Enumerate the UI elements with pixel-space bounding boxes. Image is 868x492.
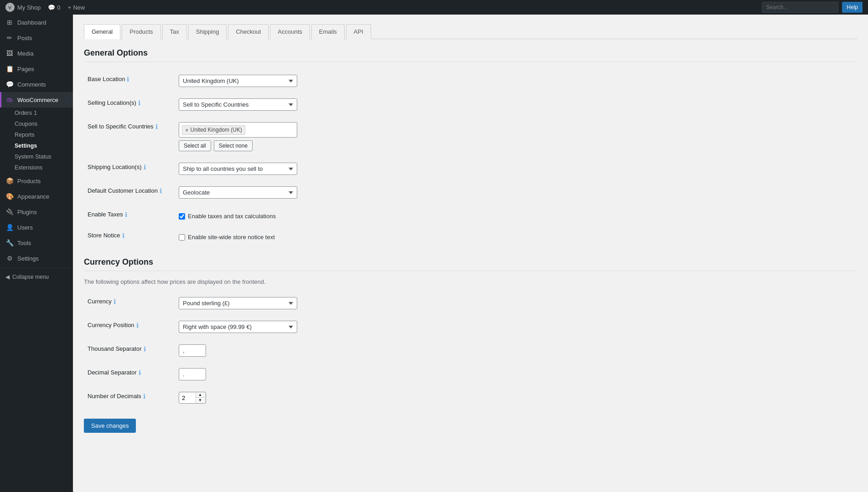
sell-to-specific-info-icon[interactable]: ℹ [155,123,158,130]
base-location-info-icon[interactable]: ℹ [127,76,129,83]
sidebar-label-dashboard: Dashboard [17,19,46,26]
collapse-menu-button[interactable]: ◀ Collapse menu [0,270,73,284]
sidebar-item-comments[interactable]: 💬 Comments [0,77,73,92]
tab-accounts[interactable]: Accounts [270,24,310,39]
decimals-increment-button[interactable]: ▲ [196,392,204,398]
store-notice-info-icon[interactable]: ℹ [122,232,124,239]
sidebar-item-orders[interactable]: Orders 1 [0,108,73,118]
sidebar-item-reports[interactable]: Reports [0,129,73,140]
shipping-locations-select[interactable]: Ship to all countries you sell to [179,163,297,175]
table-row-selling-locations: Selling Location(s) ℹ Sell to Specific C… [84,93,857,117]
default-customer-location-label: Default Customer Location [88,187,158,194]
help-button[interactable]: Help [842,2,863,13]
sidebar-label-tools: Tools [17,240,31,246]
tab-general[interactable]: General [84,24,120,39]
tools-icon: 🔧 [5,239,14,247]
tab-checkout[interactable]: Checkout [228,24,269,39]
default-customer-location-info-icon[interactable]: ℹ [160,187,162,195]
thousand-separator-input[interactable] [179,344,206,357]
currency-position-info-icon[interactable]: ℹ [136,322,139,329]
sidebar-item-products[interactable]: 📦 Products [0,173,73,189]
thousand-separator-info-icon[interactable]: ℹ [144,345,146,353]
sidebar-item-posts[interactable]: ✏ Posts [0,30,73,46]
currency-info-icon[interactable]: ℹ [114,298,116,305]
enable-taxes-checkbox[interactable] [179,213,185,220]
currency-label: Currency [88,298,112,305]
decimals-decrement-button[interactable]: ▼ [196,398,204,403]
default-customer-location-select[interactable]: Geolocate [179,186,297,199]
sidebar-item-media[interactable]: 🖼 Media [0,46,73,61]
sidebar-item-settings-wp[interactable]: ⚙ Settings [0,251,73,266]
save-changes-button[interactable]: Save changes [84,419,136,433]
tab-tax[interactable]: Tax [162,24,187,39]
sidebar-item-tools[interactable]: 🔧 Tools [0,235,73,251]
products-icon: 📦 [5,177,14,185]
sidebar-label-plugins: Plugins [17,209,37,215]
sell-to-specific-multiselect[interactable]: × United Kingdom (UK) [179,122,297,138]
store-notice-checkbox-label[interactable]: Enable site-wide store notice text [179,231,853,241]
shipping-locations-info-icon[interactable]: ℹ [144,164,146,171]
select-links-group: Select all Select none [179,140,853,151]
decimal-separator-input[interactable] [179,368,206,380]
sidebar-item-extensions[interactable]: Extensions [0,162,73,173]
table-row-enable-taxes: Enable Taxes ℹ Enable taxes and tax calc… [84,205,857,226]
sidebar-label-pages: Pages [17,66,34,72]
number-of-decimals-info-icon[interactable]: ℹ [143,393,145,400]
tag-uk-label: United Kingdom (UK) [191,127,242,133]
sidebar-item-appearance[interactable]: 🎨 Appearance [0,189,73,204]
sidebar-label-products: Products [17,178,41,184]
tab-api[interactable]: API [346,24,371,39]
currency-label-wrap: Currency ℹ [88,298,168,305]
site-name[interactable]: My Shop [5,3,41,12]
general-options-title: General Options [84,48,857,62]
sidebar-item-plugins[interactable]: 🔌 Plugins [0,204,73,220]
pages-icon: 📋 [5,65,14,73]
base-location-label-wrap: Base Location ℹ [88,76,168,83]
admin-search-input[interactable] [762,2,838,13]
comments-link[interactable]: 💬 0 [48,4,60,11]
currency-position-select[interactable]: Right with space (99.99 €) [179,321,297,333]
table-row-shipping-locations: Shipping Location(s) ℹ Ship to all count… [84,157,857,181]
currency-options-description: The following options affect how prices … [84,278,857,285]
decimal-separator-info-icon[interactable]: ℹ [139,369,141,376]
sidebar-item-settings[interactable]: Settings [0,140,73,151]
table-row-thousand-separator: Thousand Separator ℹ [84,339,857,363]
table-row-currency-position: Currency Position ℹ Right with space (99… [84,315,857,339]
tag-uk-remove[interactable]: × [185,127,189,133]
sidebar-item-coupons[interactable]: Coupons [0,118,73,129]
tab-products[interactable]: Products [122,24,160,39]
tab-shipping[interactable]: Shipping [188,24,227,39]
new-content-link[interactable]: + New [68,4,85,11]
enable-taxes-info-icon[interactable]: ℹ [125,211,127,218]
collapse-icon: ◀ [5,274,10,280]
default-customer-location-label-wrap: Default Customer Location ℹ [88,187,168,195]
number-of-decimals-input[interactable] [179,393,196,403]
sidebar-item-system-status[interactable]: System Status [0,151,73,162]
store-notice-checkbox-text: Enable site-wide store notice text [188,234,275,241]
selling-locations-info-icon[interactable]: ℹ [138,99,140,107]
comments-icon: 💬 [5,80,14,88]
currency-select[interactable]: Pound sterling (£) [179,297,297,309]
select-all-button[interactable]: Select all [179,140,211,151]
settings-label: Settings [15,143,37,149]
woocommerce-submenu: Orders 1 Coupons Reports Settings System… [0,108,73,173]
selling-locations-select[interactable]: Sell to Specific Countries [179,98,297,111]
sidebar-item-woocommerce[interactable]: 🛍 WooCommerce [0,92,73,108]
extensions-label: Extensions [15,164,42,171]
sidebar-item-users[interactable]: 👤 Users [0,220,73,235]
table-row-sell-to-specific: Sell to Specific Countries ℹ × United Ki… [84,117,857,157]
store-notice-checkbox[interactable] [179,234,185,241]
sidebar-item-pages[interactable]: 📋 Pages [0,61,73,77]
sidebar-item-dashboard[interactable]: ⊞ Dashboard [0,15,73,30]
sidebar-divider [0,268,73,268]
tab-emails[interactable]: Emails [311,24,345,39]
enable-taxes-checkbox-label[interactable]: Enable taxes and tax calculations [179,210,853,220]
select-none-button[interactable]: Select none [214,140,253,151]
shipping-locations-label: Shipping Location(s) [88,164,142,170]
currency-options-table: Currency ℹ Pound sterling (£) Curr [84,292,857,410]
sell-to-specific-label-wrap: Sell to Specific Countries ℹ [88,123,168,130]
decimal-separator-label: Decimal Separator [88,369,137,376]
posts-icon: ✏ [5,34,14,42]
sidebar-label-media: Media [17,50,33,57]
base-location-select[interactable]: United Kingdom (UK) [179,75,297,87]
